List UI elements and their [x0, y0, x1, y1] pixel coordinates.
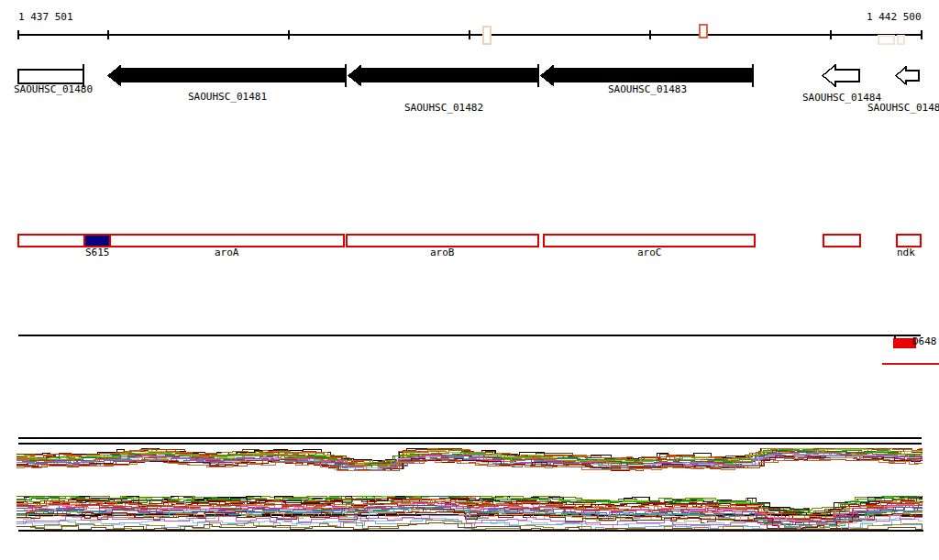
- feature-label-aroC: aroC: [637, 247, 662, 258]
- gene-SAOUHSC_01485[interactable]: [896, 67, 919, 84]
- ruler-start-label: 1 437 501: [18, 12, 73, 23]
- gene-label-SAOUHSC_01480: SAOUHSC_01480: [14, 84, 93, 95]
- coverage-trace: [17, 457, 922, 470]
- gene-SAOUHSC_01481[interactable]: [108, 66, 346, 85]
- ruler-end-label: 1 442 500: [867, 12, 922, 23]
- gene-SAOUHSC_01480[interactable]: [18, 70, 83, 83]
- gene-label-SAOUHSC_01485: SAOUHSC_01485: [867, 103, 939, 114]
- feature-box-aroB[interactable]: [347, 235, 538, 247]
- lower-coverage-band: [17, 496, 922, 529]
- feature-box-aroA[interactable]: [110, 235, 344, 247]
- upper-coverage-band: [17, 448, 922, 470]
- gene-SAOUHSC_01484[interactable]: [823, 65, 859, 86]
- feature-box-unlabeled-5[interactable]: [823, 235, 860, 247]
- ruler-feature-mark[interactable]: [483, 27, 491, 44]
- gene-label-SAOUHSC_01481: SAOUHSC_01481: [188, 92, 267, 103]
- ruler-feature-mark[interactable]: [878, 36, 894, 44]
- ruler-feature-mark[interactable]: [898, 36, 904, 44]
- feature-box-aroC[interactable]: [544, 235, 755, 247]
- ruler-feature-mark[interactable]: [700, 25, 707, 38]
- feature-label-aroB: aroB: [430, 247, 455, 258]
- srna-label-D648: D648: [912, 336, 937, 347]
- feature-label-ndk: ndk: [897, 247, 915, 258]
- feature-box-unlabeled-0[interactable]: [18, 235, 84, 247]
- feature-box-S615[interactable]: [84, 235, 110, 247]
- gene-SAOUHSC_01482[interactable]: [348, 66, 538, 85]
- feature-label-S615: S615: [85, 247, 110, 258]
- genome-browser-canvas: [0, 0, 939, 560]
- genome-browser-view: 1 437 501 1 442 500 SAOUHSC_01480SAOUHSC…: [0, 0, 939, 560]
- gene-SAOUHSC_01483[interactable]: [541, 66, 753, 85]
- gene-label-SAOUHSC_01482: SAOUHSC_01482: [404, 103, 483, 114]
- feature-box-ndk[interactable]: [897, 235, 921, 247]
- gene-label-SAOUHSC_01483: SAOUHSC_01483: [608, 84, 687, 95]
- feature-label-aroA: aroA: [215, 247, 239, 258]
